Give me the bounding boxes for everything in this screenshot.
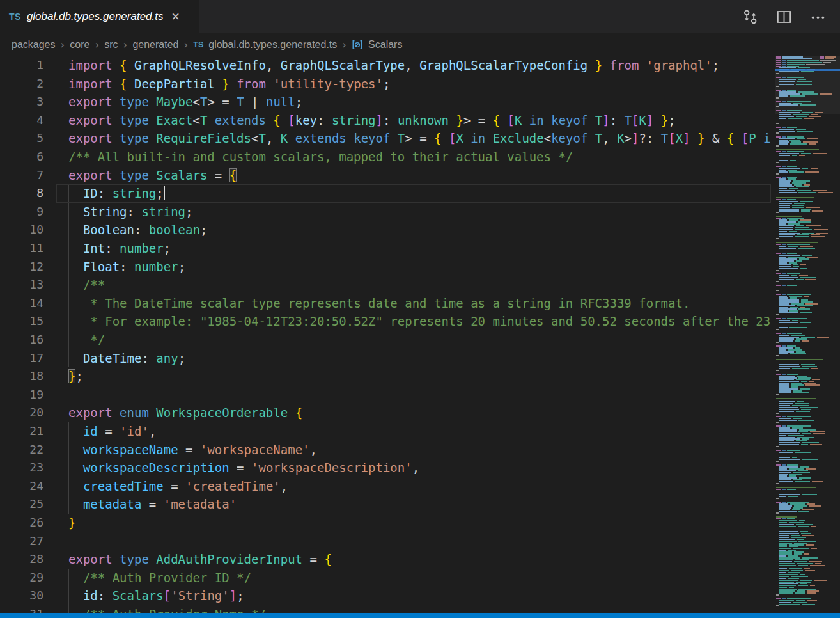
code-line[interactable]: 2import { DeepPartial } from 'utility-ty…: [0, 75, 771, 93]
line-number[interactable]: 19: [0, 386, 43, 404]
line-number[interactable]: 22: [0, 441, 43, 459]
chevron-right-icon: ›: [61, 38, 65, 51]
code-line[interactable]: 21 id = 'id',: [0, 422, 771, 441]
close-icon[interactable]: ✕: [171, 12, 180, 22]
code-text: metadata = 'metadata': [43, 495, 237, 514]
line-number[interactable]: 6: [0, 148, 43, 166]
line-number[interactable]: 29: [0, 569, 43, 587]
line-number[interactable]: 10: [0, 221, 43, 239]
code-line[interactable]: 6/** All built-in and custom scalars, ma…: [0, 148, 771, 166]
code-line[interactable]: 20export enum WorkspaceOrderable {: [0, 404, 771, 422]
line-number[interactable]: 23: [0, 459, 43, 477]
line-number[interactable]: 20: [0, 404, 43, 422]
line-number[interactable]: 31: [0, 605, 43, 613]
indent-guide: [68, 294, 69, 313]
line-number[interactable]: 25: [0, 495, 43, 514]
code-text: [43, 532, 68, 551]
line-number[interactable]: 14: [0, 294, 43, 313]
code-line[interactable]: 3export type Maybe<T> = T | null;: [0, 93, 771, 111]
ts-file-icon: TS: [9, 12, 21, 22]
code-text: export type AddAuthProviderInput = {: [43, 550, 332, 569]
code-line[interactable]: 22 workspaceName = 'workspaceName',: [0, 441, 771, 459]
code-line[interactable]: 29 /** Auth Provider ID */: [0, 569, 771, 587]
code-text: Int: number;: [43, 239, 171, 258]
breadcrumb-src[interactable]: src: [104, 39, 118, 51]
line-number[interactable]: 2: [0, 75, 43, 93]
code-line[interactable]: 16 */: [0, 331, 771, 349]
code-line[interactable]: 12 Float: number;: [0, 258, 771, 276]
line-number[interactable]: 9: [0, 203, 43, 221]
breadcrumb-symbol-scalars[interactable]: Scalars: [368, 39, 402, 51]
code-text: String: string;: [43, 203, 193, 221]
line-number[interactable]: 26: [0, 514, 43, 532]
line-number[interactable]: 17: [0, 349, 43, 368]
code-line[interactable]: 7export type Scalars = {: [0, 166, 771, 185]
more-actions-icon[interactable]: [810, 9, 826, 25]
code-line[interactable]: 15 * For example: "1985-04-12T23:20:50.5…: [0, 312, 771, 331]
breadcrumb-packages[interactable]: packages: [12, 39, 56, 51]
code-line[interactable]: 30 id: Scalars['String'];: [0, 587, 771, 605]
line-number[interactable]: 5: [0, 129, 43, 148]
code-line[interactable]: 8 ID: string;: [0, 184, 771, 203]
code-text: export enum WorkspaceOrderable {: [43, 404, 302, 422]
code-text: /** Auth Provider Name */: [43, 605, 266, 613]
code-text: [43, 386, 68, 404]
code-line[interactable]: 13 /**: [0, 276, 771, 294]
line-number[interactable]: 8: [0, 184, 43, 203]
code-line[interactable]: 1import { GraphQLResolveInfo, GraphQLSca…: [0, 56, 771, 75]
code-text: id: Scalars['String'];: [43, 587, 244, 605]
line-number[interactable]: 30: [0, 587, 43, 605]
indent-guide: [68, 349, 69, 368]
ts-file-icon: TS: [193, 40, 203, 49]
minimap[interactable]: [775, 56, 840, 613]
code-line[interactable]: 27: [0, 532, 771, 551]
line-number[interactable]: 12: [0, 258, 43, 276]
minimap-canvas: [775, 56, 840, 613]
indent-guide: [68, 605, 69, 613]
line-number[interactable]: 1: [0, 56, 43, 75]
line-number[interactable]: 11: [0, 239, 43, 258]
tab-global-db-types-generated-ts[interactable]: TS global.db.types.generated.ts ✕: [0, 0, 199, 33]
editor[interactable]: 1import { GraphQLResolveInfo, GraphQLSca…: [0, 56, 771, 613]
line-number[interactable]: 24: [0, 477, 43, 496]
code-text: * The DateTime scalar type represents da…: [43, 294, 690, 313]
code-line[interactable]: 24 createdTime = 'createdTime',: [0, 477, 771, 496]
line-number[interactable]: 16: [0, 331, 43, 349]
line-number[interactable]: 28: [0, 550, 43, 569]
code-line[interactable]: 25 metadata = 'metadata': [0, 495, 771, 514]
split-editor-icon[interactable]: [776, 9, 792, 25]
code-text: DateTime: any;: [43, 349, 185, 368]
code-line[interactable]: 11 Int: number;: [0, 239, 771, 258]
text-cursor: [164, 186, 165, 200]
line-number[interactable]: 21: [0, 422, 43, 441]
code-line[interactable]: 31 /** Auth Provider Name */: [0, 605, 771, 613]
code-line[interactable]: 14 * The DateTime scalar type represents…: [0, 294, 771, 313]
open-changes-icon[interactable]: [742, 9, 758, 25]
line-number[interactable]: 15: [0, 312, 43, 331]
code-line[interactable]: 4export type Exact<T extends { [key: str…: [0, 111, 771, 130]
line-number[interactable]: 4: [0, 111, 43, 130]
code-text: export type Maybe<T> = T | null;: [43, 93, 302, 111]
code-text: ID: string;: [43, 184, 165, 203]
code-line[interactable]: 17 DateTime: any;: [0, 349, 771, 368]
code-line[interactable]: 26}: [0, 514, 771, 532]
breadcrumb-core[interactable]: core: [70, 39, 89, 51]
code-line[interactable]: 5export type RequireFields<T, K extends …: [0, 129, 771, 148]
code-line[interactable]: 28export type AddAuthProviderInput = {: [0, 550, 771, 569]
indent-guide: [68, 569, 69, 587]
tab-label: global.db.types.generated.ts: [27, 10, 164, 23]
line-number[interactable]: 7: [0, 166, 43, 185]
code-line[interactable]: 10 Boolean: boolean;: [0, 221, 771, 239]
breadcrumb-generated[interactable]: generated: [132, 39, 178, 51]
code-text: createdTime = 'createdTime',: [43, 477, 288, 496]
line-number[interactable]: 13: [0, 276, 43, 294]
code-line[interactable]: 9 String: string;: [0, 203, 771, 221]
line-number[interactable]: 3: [0, 93, 43, 111]
line-number[interactable]: 18: [0, 367, 43, 386]
code-text: /** Auth Provider ID */: [43, 569, 251, 587]
breadcrumb-file[interactable]: global.db.types.generated.ts: [208, 39, 337, 51]
code-line[interactable]: 18};: [0, 367, 771, 386]
line-number[interactable]: 27: [0, 532, 43, 551]
code-line[interactable]: 19: [0, 386, 771, 404]
code-line[interactable]: 23 workspaceDescription = 'workspaceDesc…: [0, 459, 771, 477]
